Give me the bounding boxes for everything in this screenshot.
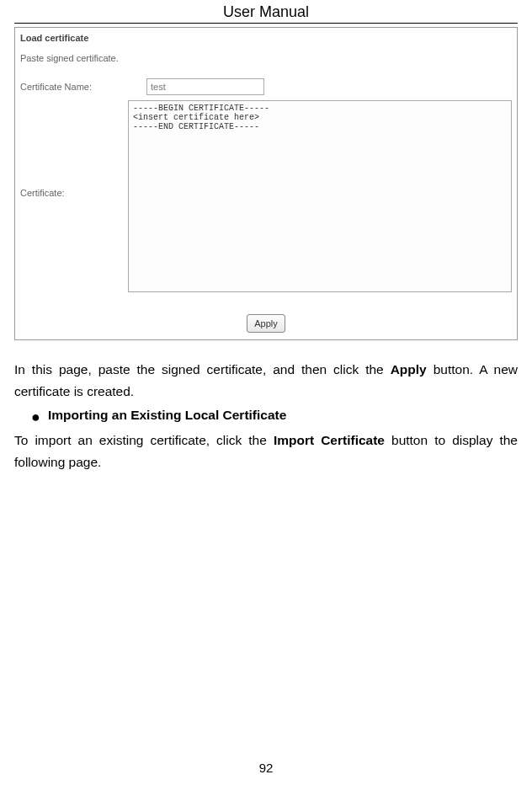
para1-text: In this page, paste the signed certifica… xyxy=(14,362,391,376)
page-header: User Manual xyxy=(14,0,518,24)
apply-bold: Apply xyxy=(391,362,427,376)
para2-text: To import an existing certificate, click… xyxy=(14,433,274,447)
section-title: Load certificate xyxy=(20,33,88,43)
bullet-dot-icon: ● xyxy=(14,404,48,430)
bullet-item: ● Importing an Existing Local Certificat… xyxy=(14,404,518,430)
certificate-name-label: Certificate Name: xyxy=(20,82,92,92)
section-subtitle: Paste signed certificate. xyxy=(20,53,119,63)
load-certificate-screenshot: Load certificate Paste signed certificat… xyxy=(14,27,518,340)
bullet-text: Importing an Existing Local Certificate xyxy=(48,404,286,430)
certificate-textarea[interactable] xyxy=(128,100,512,292)
paragraph-1: In this page, paste the signed certifica… xyxy=(14,359,518,403)
certificate-name-input[interactable] xyxy=(146,78,264,95)
apply-button[interactable]: Apply xyxy=(247,314,285,333)
paragraph-2: To import an existing certificate, click… xyxy=(14,430,518,473)
page-number: 92 xyxy=(0,761,532,775)
import-certificate-bold: Import Certificate xyxy=(274,433,385,447)
certificate-label: Certificate: xyxy=(20,188,65,198)
